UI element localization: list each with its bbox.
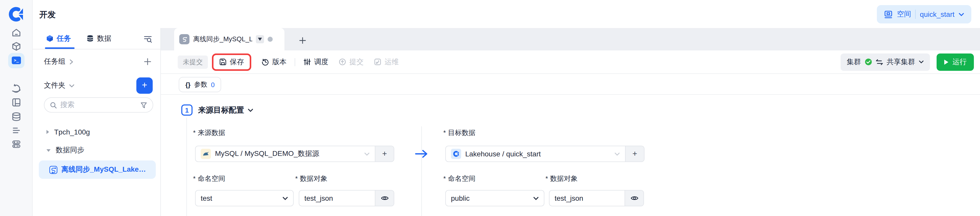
editor-tabstrip: 离线同步_MySQL_Lakeho (161, 28, 980, 50)
tab-tasks[interactable]: 任务 (46, 34, 71, 43)
target-data-label: *目标数据 (443, 128, 476, 137)
workspace-selector[interactable]: 空间 quick_start (877, 5, 971, 24)
caret-down-icon[interactable] (46, 148, 51, 152)
annotation-highlight-box: 保存 (212, 53, 251, 71)
eye-icon (381, 195, 388, 201)
chevron-down-icon (959, 13, 964, 16)
task-group-label: 任务组 (44, 57, 65, 66)
tree-item-label: 离线同步_MySQL_Lake… (61, 165, 146, 174)
save-button[interactable]: 保存 (219, 57, 244, 66)
target-object-input[interactable]: test_json (549, 191, 625, 206)
sync-task-icon (49, 165, 58, 174)
sync-task-icon (179, 34, 189, 44)
history-icon (261, 58, 269, 66)
tab-data[interactable]: 数据 (86, 34, 111, 43)
version-label: 版本 (272, 57, 286, 66)
app-root: >_ 开发 空间 quick_start (0, 0, 980, 216)
pill-divider (915, 9, 916, 19)
task-group-row[interactable]: 任务组 (33, 55, 161, 68)
top-bar: 开发 空间 quick_start (33, 0, 980, 28)
chevron-down-icon (533, 196, 539, 200)
cluster-label: 集群 (847, 57, 861, 66)
source-namespace-label: *命名空间 (193, 174, 225, 183)
tree-item-tpch[interactable]: Tpch_100g (33, 126, 161, 138)
check-circle-icon (865, 58, 872, 66)
swap-icon (876, 59, 883, 65)
chevron-down-icon (248, 109, 253, 112)
main-area: 离线同步_MySQL_Lakeho 未提交 保存 (161, 28, 980, 216)
ops-button-disabled[interactable]: 运维 (374, 57, 399, 66)
resources-icon[interactable] (11, 139, 21, 149)
tree-item-offline-sync-selected[interactable]: 离线同步_MySQL_Lake… (39, 161, 156, 179)
unsaved-dot (267, 37, 273, 42)
step-connector-line (186, 118, 187, 216)
source-object-label: *数据对象 (295, 174, 327, 183)
config-content: 1 来源目标配置 *来源数据 (161, 95, 980, 216)
step-number-badge: 1 (181, 104, 192, 116)
editor-tab-active[interactable]: 离线同步_MySQL_Lakeho (174, 28, 285, 50)
source-data-value: MySQL / MySQL_DEMO_数据源 (215, 149, 360, 158)
target-data-select[interactable]: Lakehouse / quick_start (446, 146, 625, 161)
logs-icon[interactable] (11, 125, 21, 136)
params-label: 参数 (194, 80, 207, 89)
add-file-button[interactable]: + (136, 77, 153, 94)
sliders-icon (303, 58, 311, 66)
caret-right-icon[interactable] (46, 129, 49, 134)
page-title: 开发 (39, 9, 56, 20)
submit-label: 提交 (349, 57, 364, 66)
brand-logo (7, 6, 24, 22)
package-icon[interactable] (11, 41, 21, 52)
target-object-label: *数据对象 (546, 174, 578, 183)
preview-target-object-button[interactable] (625, 191, 643, 206)
cluster-selector[interactable]: 集群 共享集群 (841, 53, 930, 71)
add-source-datasource-button[interactable]: + (375, 146, 394, 161)
orbit-icon[interactable] (11, 84, 21, 94)
save-icon (219, 58, 227, 66)
source-namespace-select[interactable]: test (196, 191, 293, 206)
search-input[interactable]: 搜索 (44, 97, 153, 113)
target-namespace-value: public (451, 194, 529, 202)
required-mark: * (193, 129, 196, 137)
mysql-icon (201, 149, 211, 159)
source-object-input[interactable]: test_json (299, 191, 375, 206)
target-namespace-label: *命名空间 (443, 174, 476, 183)
cube-icon (46, 35, 54, 42)
flow-arrow-icon (414, 149, 428, 158)
required-mark: * (295, 175, 298, 182)
target-object-input-group: test_json (549, 190, 644, 207)
submit-button-disabled[interactable]: 提交 (339, 57, 364, 66)
source-data-label: *来源数据 (193, 128, 225, 137)
run-button[interactable]: 运行 (937, 53, 974, 71)
tree-item-data-sync[interactable]: 数据同步 (33, 144, 161, 156)
preview-source-object-button[interactable] (375, 191, 394, 206)
source-data-select-group: MySQL / MySQL_DEMO_数据源 + (195, 146, 394, 162)
section-header[interactable]: 来源目标配置 (198, 106, 253, 115)
chevron-down-icon (614, 152, 620, 156)
target-namespace-select[interactable]: public (446, 191, 544, 206)
version-button[interactable]: 版本 (261, 57, 286, 66)
source-data-select[interactable]: MySQL / MySQL_DEMO_数据源 (196, 146, 375, 161)
new-tab-button[interactable] (299, 37, 306, 44)
add-group-icon[interactable] (143, 58, 152, 66)
filter-icon[interactable] (140, 102, 147, 108)
schedule-label: 调度 (314, 57, 328, 66)
toolbar-divider (295, 58, 295, 66)
database-icon[interactable] (11, 112, 21, 122)
terminal-icon[interactable]: >_ (12, 57, 21, 64)
tab-dropdown-button[interactable] (256, 35, 264, 43)
section-title: 来源目标配置 (198, 106, 244, 115)
schedule-button[interactable]: 调度 (303, 57, 328, 66)
tree-item-label: 数据同步 (56, 146, 84, 155)
chevron-right-icon (70, 59, 73, 65)
required-mark: * (193, 175, 196, 182)
home-icon[interactable] (11, 27, 21, 38)
notebook-icon[interactable] (11, 97, 21, 107)
folder-row[interactable]: 文件夹 + (33, 77, 161, 94)
target-object-value: test_json (555, 194, 619, 202)
params-button[interactable]: {} 参数 0 (179, 77, 221, 92)
tree-item-label: Tpch_100g (54, 128, 90, 136)
active-tab-underline (45, 47, 75, 49)
target-namespace-select-group: public (445, 190, 544, 207)
add-target-datasource-button[interactable]: + (625, 146, 644, 161)
list-search-icon[interactable] (143, 35, 152, 43)
